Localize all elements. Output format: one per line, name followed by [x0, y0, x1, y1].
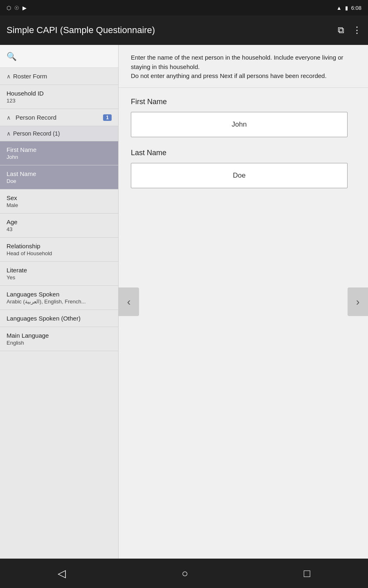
person-record-section[interactable]: ∧ Person Record 1 — [0, 109, 118, 126]
sidebar-item-languages-spoken[interactable]: Languages Spoken Arabic (العربية), Engli… — [0, 286, 118, 310]
app-icon: ⬡ — [7, 5, 11, 11]
person-record-1-chevron-icon: ∧ — [7, 130, 11, 137]
android-icon: ☉ — [14, 5, 19, 11]
first-name-label: First Name — [7, 146, 112, 153]
home-nav-icon[interactable]: ○ — [182, 567, 188, 580]
bottom-nav: ◁ ○ □ — [0, 559, 368, 588]
time-display: 6:08 — [351, 5, 361, 11]
sidebar-item-first-name[interactable]: First Name John — [0, 141, 118, 165]
relationship-value: Head of Household — [7, 250, 112, 256]
main-language-value: English — [7, 340, 112, 346]
main-content: 🔍 ∧ Roster Form Household ID 123 ∧ Perso… — [0, 45, 368, 559]
person-record-1-section[interactable]: ∧ Person Record (1) — [0, 126, 118, 141]
age-label: Age — [7, 218, 112, 225]
sidebar-item-age[interactable]: Age 43 — [0, 214, 118, 238]
search-icon: 🔍 — [7, 51, 17, 61]
instruction-area: Enter the name of the next person in the… — [119, 45, 368, 88]
last-name-input[interactable]: Doe — [131, 163, 348, 188]
sidebar-item-last-name[interactable]: Last Name Doe — [0, 165, 118, 189]
form-area: First Name John Last Name Doe — [119, 88, 368, 559]
age-value: 43 — [7, 226, 112, 232]
instruction-line1: Enter the name of the next person in the… — [131, 53, 356, 71]
left-arrow-icon: ‹ — [127, 296, 131, 308]
sidebar-item-literate[interactable]: Literate Yes — [0, 262, 118, 286]
first-name-field-label: First Name — [131, 98, 356, 106]
app-bar-actions: ⧉ ⋮ — [338, 25, 361, 36]
last-name-label: Last Name — [7, 170, 112, 177]
languages-spoken-label: Languages Spoken — [7, 291, 112, 298]
person-record-label: Person Record — [16, 114, 56, 121]
back-nav-icon[interactable]: ◁ — [58, 567, 66, 580]
sidebar: 🔍 ∧ Roster Form Household ID 123 ∧ Perso… — [0, 45, 119, 559]
right-arrow-icon: › — [356, 296, 360, 308]
sidebar-item-main-language[interactable]: Main Language English — [0, 327, 118, 351]
last-name-input-value: Doe — [233, 172, 245, 180]
sidebar-item-household-id[interactable]: Household ID 123 — [0, 85, 118, 109]
first-name-value: John — [7, 154, 112, 160]
chevron-up-icon: ∧ — [7, 73, 11, 80]
person-record-badge: 1 — [103, 114, 112, 121]
status-bar-left: ⬡ ☉ ▶ — [7, 5, 27, 11]
more-vert-icon[interactable]: ⋮ — [352, 25, 361, 36]
battery-icon: ▮ — [345, 5, 348, 11]
sidebar-item-sex[interactable]: Sex Male — [0, 189, 118, 214]
person-record-section-left: ∧ Person Record — [7, 114, 56, 121]
app-title: Simple CAPI (Sample Questionnaire) — [7, 25, 155, 36]
first-name-input[interactable]: John — [131, 112, 348, 137]
nav-prev-button[interactable]: ‹ — [119, 287, 139, 316]
relationship-label: Relationship — [7, 243, 112, 249]
status-bar: ⬡ ☉ ▶ ▲ ▮ 6:08 — [0, 0, 368, 16]
recent-nav-icon[interactable]: □ — [304, 567, 310, 580]
app-bar: Simple CAPI (Sample Questionnaire) ⧉ ⋮ — [0, 16, 368, 45]
roster-form-label: Roster Form — [13, 73, 47, 80]
person-record-chevron-icon: ∧ — [7, 114, 11, 121]
sidebar-item-languages-spoken-other[interactable]: Languages Spoken (Other) — [0, 310, 118, 327]
main-language-label: Main Language — [7, 332, 112, 339]
wifi-icon: ▲ — [337, 5, 342, 11]
household-id-value: 123 — [7, 98, 112, 104]
sex-label: Sex — [7, 194, 112, 201]
languages-spoken-other-label: Languages Spoken (Other) — [7, 315, 112, 322]
search-bar[interactable]: 🔍 — [0, 45, 118, 68]
literate-label: Literate — [7, 267, 112, 274]
sex-value: Male — [7, 202, 112, 208]
household-id-label: Household ID — [7, 90, 112, 97]
last-name-value: Doe — [7, 178, 112, 184]
play-icon: ▶ — [22, 5, 27, 11]
right-panel: Enter the name of the next person in the… — [119, 45, 368, 559]
roster-form-section[interactable]: ∧ Roster Form — [0, 68, 118, 85]
last-name-field-label: Last Name — [131, 149, 356, 157]
status-bar-right: ▲ ▮ 6:08 — [337, 5, 361, 11]
languages-spoken-value: Arabic (العربية), English, French... — [7, 298, 112, 305]
nav-next-button[interactable]: › — [348, 287, 368, 316]
sidebar-item-relationship[interactable]: Relationship Head of Household — [0, 238, 118, 262]
first-name-input-value: John — [232, 120, 247, 129]
instruction-line2: Do not enter anything and press Next if … — [131, 72, 327, 79]
edit-icon[interactable]: ⧉ — [338, 25, 344, 36]
literate-value: Yes — [7, 274, 112, 281]
person-record-1-label: Person Record (1) — [13, 130, 60, 137]
